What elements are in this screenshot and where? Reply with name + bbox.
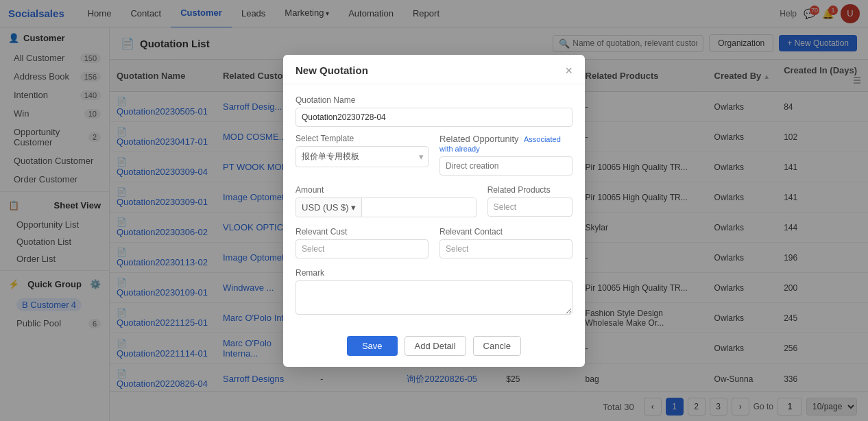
currency-value: USD (US $) — [302, 202, 349, 213]
remark-textarea[interactable] — [296, 280, 572, 315]
related-opportunity-input[interactable] — [439, 156, 572, 176]
modal-row-3: Relevant Cust Select Relevant Contact Se… — [296, 227, 572, 258]
modal-footer: Save Add Detail Cancle — [283, 328, 585, 367]
relevant-cust-select[interactable]: Select — [296, 239, 429, 258]
amount-input[interactable] — [362, 198, 476, 216]
modal-header: New Quotation × — [283, 55, 585, 84]
modal-body: Quotation Name Select Template 报价单专用模板 ▾… — [283, 84, 585, 328]
related-products-col: Related Products Select — [487, 185, 572, 217]
select-template-col: Select Template 报价单专用模板 ▾ — [296, 134, 429, 176]
relevant-cust-label: Relevant Cust — [296, 227, 429, 237]
related-opportunity-col: Related Opportunity Associated with alre… — [439, 134, 572, 176]
currency-selector[interactable]: USD (US $) ▾ — [296, 198, 362, 217]
new-quotation-modal: New Quotation × Quotation Name Select Te… — [283, 55, 585, 367]
quotation-name-section: Quotation Name — [296, 95, 572, 127]
modal-row-2: Amount USD (US $) ▾ Related Products Sel… — [296, 185, 572, 217]
remark-label: Remark — [296, 268, 572, 278]
related-products-label: Related Products — [487, 185, 572, 195]
amount-currency-row: USD (US $) ▾ — [296, 197, 477, 217]
related-opportunity-label: Related Opportunity Associated with alre… — [439, 134, 572, 154]
template-chevron-icon: ▾ — [415, 152, 428, 162]
quotation-name-input[interactable] — [296, 108, 572, 127]
modal-overlay: New Quotation × Quotation Name Select Te… — [0, 0, 868, 421]
add-detail-button[interactable]: Add Detail — [405, 336, 466, 356]
template-value: 报价单专用模板 — [296, 147, 415, 167]
quotation-name-label: Quotation Name — [296, 95, 572, 105]
amount-label: Amount — [296, 185, 477, 195]
relevant-contact-select[interactable]: Select — [439, 239, 572, 258]
modal-row-1: Select Template 报价单专用模板 ▾ Related Opport… — [296, 134, 572, 176]
relevant-contact-label: Relevant Contact — [439, 227, 572, 237]
select-template-dropdown[interactable]: 报价单专用模板 ▾ — [296, 146, 429, 167]
remark-section: Remark — [296, 268, 572, 317]
relevant-contact-col: Relevant Contact Select — [439, 227, 572, 258]
amount-col: Amount USD (US $) ▾ — [296, 185, 477, 217]
currency-chevron-icon: ▾ — [351, 202, 356, 213]
save-button[interactable]: Save — [347, 336, 398, 356]
modal-title: New Quotation — [296, 64, 368, 76]
cancel-button[interactable]: Cancle — [473, 336, 521, 356]
select-template-label: Select Template — [296, 134, 429, 143]
modal-close-button[interactable]: × — [565, 64, 572, 77]
relevant-cust-col: Relevant Cust Select — [296, 227, 429, 258]
related-products-select[interactable]: Select — [487, 197, 572, 217]
